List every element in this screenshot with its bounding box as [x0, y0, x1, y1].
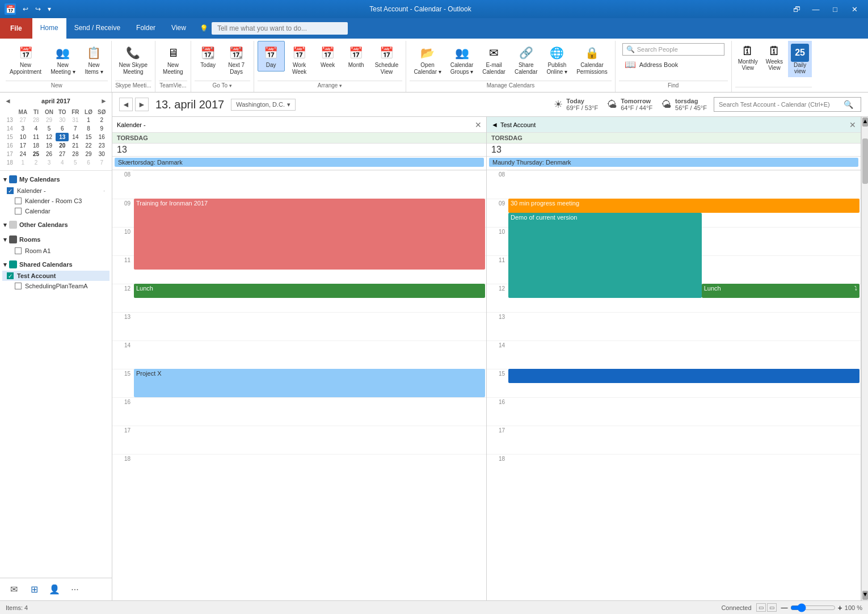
week-button[interactable]: 📅 Week: [314, 41, 342, 72]
month-button[interactable]: 📅 Month: [343, 41, 370, 72]
open-calendar-button[interactable]: 📂 OpenCalendar ▾: [410, 41, 445, 78]
lunch-right-event[interactable]: Lunch ⤵: [702, 284, 859, 298]
blue-event[interactable]: [508, 369, 859, 383]
calendar-checkbox[interactable]: [15, 208, 22, 215]
search-people-box[interactable]: 🔍 Search People: [622, 43, 724, 56]
kalender-room-checkbox[interactable]: [15, 197, 22, 204]
share-calendar-button[interactable]: 🔗 ShareCalendar: [511, 41, 542, 78]
mini-cal-day[interactable]: 5: [43, 124, 56, 133]
zoom-in-button[interactable]: +: [838, 603, 842, 612]
tell-me-input[interactable]: [212, 22, 348, 35]
kalender-room-item[interactable]: Kalender - Room C3: [2, 196, 109, 206]
redo-button[interactable]: ↪: [33, 4, 43, 14]
mini-cal-day[interactable]: 18: [30, 141, 43, 150]
work-week-button[interactable]: 📅 WorkWeek: [286, 41, 313, 78]
close-button[interactable]: ✕: [845, 2, 863, 16]
day-view-button[interactable]: 📅 Day: [258, 41, 285, 72]
mini-cal-day[interactable]: 29: [43, 116, 56, 124]
new-meeting-button[interactable]: 👥 NewMeeting ▾: [47, 41, 79, 78]
cal-location[interactable]: Washington, D.C. ▾: [231, 99, 296, 111]
mini-cal-day[interactable]: 3: [16, 124, 30, 133]
daily-view-button[interactable]: 25 Dailyview: [788, 41, 812, 77]
scheduling-checkbox[interactable]: [15, 283, 22, 289]
calendar-nav-button[interactable]: ⊞: [25, 581, 43, 599]
mini-cal-day[interactable]: 12: [43, 133, 56, 141]
other-calendars-header[interactable]: ▾ Other Calendars: [2, 218, 109, 231]
new-items-button[interactable]: 📋 NewItems ▾: [81, 41, 108, 78]
mini-cal-day[interactable]: 30: [95, 150, 108, 158]
mini-cal-day[interactable]: 4: [56, 158, 69, 167]
calendar-permissions-button[interactable]: 🔒 CalendarPermissions: [572, 41, 611, 78]
scrollbar-down[interactable]: ▼: [862, 591, 868, 600]
cal-next-button[interactable]: ►: [135, 98, 149, 111]
schedule-button[interactable]: 📅 ScheduleView: [371, 41, 403, 78]
zoom-out-button[interactable]: —: [781, 604, 788, 612]
next7-button[interactable]: 📆 Next 7Days: [223, 41, 250, 78]
room-a1-checkbox[interactable]: [15, 247, 22, 254]
calendar-search-box[interactable]: 🔍: [714, 97, 861, 112]
left-all-day-event[interactable]: Skærtorsdag: Danmark: [115, 158, 484, 167]
shared-calendars-header[interactable]: ▾ Shared Calendars: [2, 258, 109, 271]
monthly-view-button[interactable]: 🗓 MonthlyView: [735, 41, 761, 74]
weeks-view-button[interactable]: 🗓 WeeksView: [763, 41, 786, 74]
mini-cal-day[interactable]: 2: [30, 158, 43, 167]
scheduling-item[interactable]: SchedulingPlanTeamA: [2, 281, 109, 291]
mini-cal-day[interactable]: 1: [16, 158, 30, 167]
kalender-item[interactable]: ✓ Kalender - ·: [2, 186, 109, 196]
mini-cal-day[interactable]: 1: [82, 116, 95, 124]
scrollbar-thumb[interactable]: [862, 138, 868, 184]
mini-cal-day[interactable]: 11: [30, 133, 43, 141]
contacts-nav-button[interactable]: 👤: [45, 581, 64, 599]
mini-cal-day[interactable]: 24: [16, 150, 30, 158]
teamview-button[interactable]: 🖥 NewMeeting: [159, 41, 187, 78]
kalender-checkbox[interactable]: ✓: [7, 187, 14, 194]
rooms-header[interactable]: ▾ Rooms: [2, 233, 109, 246]
calendar-scrollbar[interactable]: ▲ ▼: [861, 117, 868, 600]
calendar-search-input[interactable]: [719, 101, 844, 108]
lunch-left-event[interactable]: Lunch: [134, 284, 485, 298]
mini-cal-day[interactable]: 26: [43, 150, 56, 158]
mini-cal-day[interactable]: 5: [69, 158, 82, 167]
mini-cal-day[interactable]: 28: [30, 116, 43, 124]
mini-cal-day[interactable]: 6: [56, 124, 69, 133]
mini-cal-day[interactable]: 7: [95, 158, 108, 167]
training-event[interactable]: Training for Ironman 2017: [134, 199, 485, 270]
my-calendars-header[interactable]: ▾ My Calendars: [2, 173, 109, 186]
mini-cal-day[interactable]: 27: [56, 150, 69, 158]
cal-prev-button[interactable]: ◄: [119, 98, 133, 111]
demo-event[interactable]: Demo of current version: [508, 213, 702, 298]
mini-cal-day[interactable]: 13: [56, 133, 69, 141]
project-x-event[interactable]: Project X: [134, 369, 485, 397]
mini-cal-day[interactable]: 15: [82, 133, 95, 141]
mini-cal-day[interactable]: 23: [95, 141, 108, 150]
mini-cal-day[interactable]: 9: [95, 124, 108, 133]
address-book-button[interactable]: 📖 Address Book: [622, 58, 724, 71]
mini-cal-day[interactable]: 17: [16, 141, 30, 150]
mini-cal-day[interactable]: 31: [69, 116, 82, 124]
minimize-button[interactable]: —: [807, 2, 825, 16]
mini-cal-prev[interactable]: ◄: [3, 96, 12, 106]
mini-cal-day[interactable]: 7: [69, 124, 82, 133]
today-button[interactable]: 📆 Today: [195, 41, 222, 72]
more-nav-button[interactable]: ···: [66, 581, 84, 599]
zoom-slider[interactable]: [790, 603, 836, 612]
mini-cal-day[interactable]: 8: [82, 124, 95, 133]
mini-cal-day[interactable]: 14: [69, 133, 82, 141]
tab-folder[interactable]: Folder: [128, 18, 163, 39]
right-day-scroll[interactable]: 08 09 10 11 12 13 14 15 16 17 18: [487, 170, 861, 600]
publish-button[interactable]: 🌐 PublishOnline ▾: [543, 41, 572, 78]
mini-cal-day[interactable]: 10: [16, 133, 30, 141]
progress-event[interactable]: 30 min progress meeting: [508, 199, 859, 213]
mini-cal-day[interactable]: 16: [95, 133, 108, 141]
mini-cal-day[interactable]: 22: [82, 141, 95, 150]
undo-button[interactable]: ↩: [20, 4, 31, 14]
mini-cal-day[interactable]: 2: [95, 116, 108, 124]
mini-cal-day[interactable]: 19: [43, 141, 56, 150]
quick-access-dropdown[interactable]: ▾: [45, 4, 53, 14]
tell-me-search[interactable]: 💡: [194, 18, 868, 39]
mini-cal-day[interactable]: 25: [30, 150, 43, 158]
store-button[interactable]: 🗗: [787, 2, 806, 16]
mini-cal-day[interactable]: 28: [69, 150, 82, 158]
scrollbar-up[interactable]: ▲: [862, 117, 868, 127]
right-day-close[interactable]: ✕: [849, 120, 856, 129]
